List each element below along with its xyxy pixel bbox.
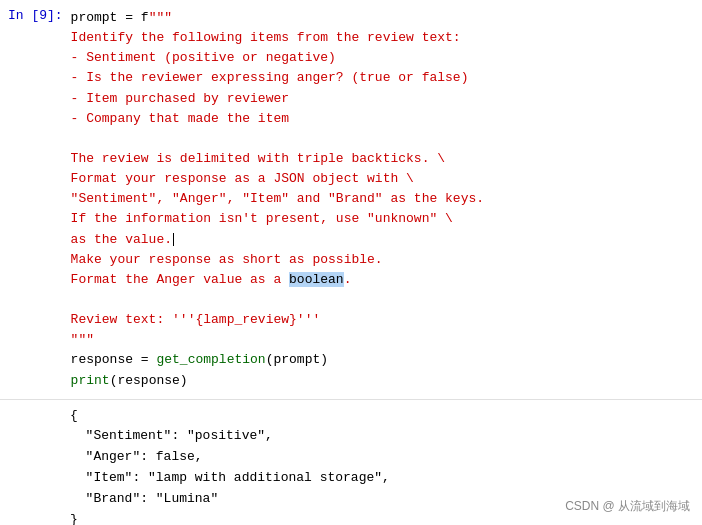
code-line-16: Review text: '''{lamp_review}''' [71, 310, 694, 330]
cell-input: In [9]: prompt = f""" Identify the follo… [0, 0, 702, 399]
cell-label: In [9]: [0, 8, 71, 391]
code-line-9: Format your response as a JSON object wi… [71, 169, 694, 189]
code-line-2: Identify the following items from the re… [71, 28, 694, 48]
code-line-6: - Company that made the item [71, 109, 694, 129]
code-line-11: If the information isn't present, use "u… [71, 209, 694, 229]
output-line-2: "Sentiment": "positive", [70, 426, 702, 447]
code-line-1: prompt = f""" [71, 8, 694, 28]
output-line-3: "Anger": false, [70, 447, 702, 468]
code-line-17: """ [71, 330, 694, 350]
output-line-1: { [70, 406, 702, 427]
code-line-7 [71, 129, 694, 149]
code-line-13: Make your response as short as possible. [71, 250, 694, 270]
code-line-3: - Sentiment (positive or negative) [71, 48, 694, 68]
code-line-14: Format the Anger value as a boolean. [71, 270, 694, 290]
code-line-18: response = get_completion(prompt) [71, 350, 694, 370]
code-line-4: - Is the reviewer expressing anger? (tru… [71, 68, 694, 88]
watermark: CSDN @ 从流域到海域 [565, 498, 690, 515]
code-line-8: The review is delimited with triple back… [71, 149, 694, 169]
cell-code: prompt = f""" Identify the following ite… [71, 8, 702, 391]
code-line-10: "Sentiment", "Anger", "Item" and "Brand"… [71, 189, 694, 209]
text-cursor [173, 233, 174, 246]
output-line-4: "Item": "lamp with additional storage", [70, 468, 702, 489]
code-line-19: print(response) [71, 371, 694, 391]
code-line-15 [71, 290, 694, 310]
code-line-5: - Item purchased by reviewer [71, 89, 694, 109]
notebook-cell: In [9]: prompt = f""" Identify the follo… [0, 0, 702, 525]
code-line-12: as the value. [71, 230, 694, 250]
